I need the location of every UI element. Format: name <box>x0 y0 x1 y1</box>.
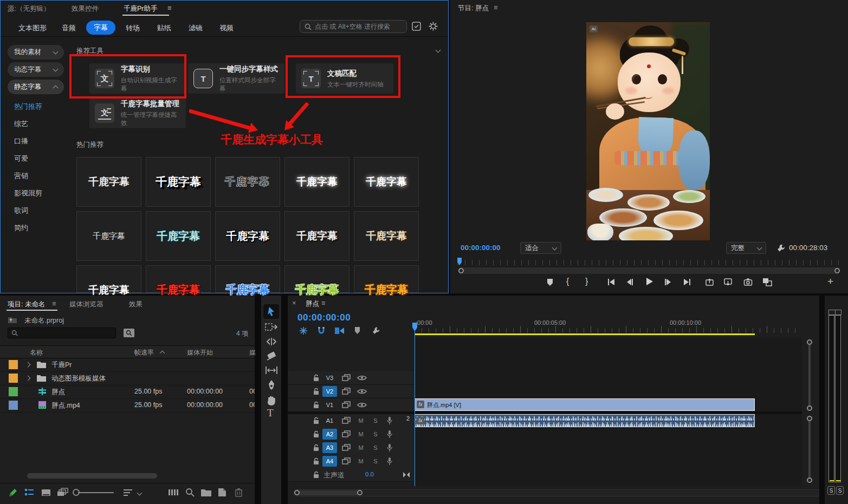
play-button[interactable] <box>644 277 654 286</box>
panel-menu-icon[interactable]: ≡ <box>321 299 325 307</box>
table-row[interactable]: 千鹿Pr <box>0 358 255 372</box>
project-search-input[interactable] <box>8 328 116 338</box>
font-style-card[interactable]: 千鹿字幕 <box>215 211 280 261</box>
program-time-ruler[interactable] <box>458 260 840 265</box>
tool-card-sync-style[interactable]: T 一键同步字幕样式 位置样式同步全部字幕 <box>188 63 284 94</box>
sort-options-button[interactable] <box>124 489 134 496</box>
program-scrollbar[interactable] <box>458 267 840 274</box>
solo-button[interactable]: S <box>370 456 381 466</box>
sidebar-group-my-assets[interactable]: 我的素材 <box>8 45 64 60</box>
font-style-card[interactable]: 千鹿字幕 <box>354 157 419 207</box>
hscroll-handle-left[interactable] <box>294 490 300 495</box>
marker-icon[interactable] <box>353 326 361 335</box>
master-track-header[interactable]: 主声道 0.0 <box>288 468 415 482</box>
video-clip[interactable]: fx 胖点.mp4 [V] <box>415 398 755 411</box>
close-panel-icon[interactable]: × <box>292 299 296 307</box>
font-style-card[interactable]: 千鹿字幕 <box>146 157 211 207</box>
track-target-a4[interactable]: A4 <box>322 456 337 467</box>
font-style-card[interactable]: 千鹿字幕 <box>146 211 211 261</box>
lock-icon[interactable] <box>313 388 320 395</box>
nav-transitions[interactable]: 转场 <box>126 23 140 33</box>
linked-selection-icon[interactable] <box>334 326 345 336</box>
playback-resolution-select[interactable]: 完整 <box>726 242 766 254</box>
lock-icon[interactable] <box>313 417 320 424</box>
new-bin-button[interactable] <box>201 489 211 496</box>
sync-lock-icon[interactable] <box>342 444 351 451</box>
step-back-button[interactable] <box>625 278 634 286</box>
label-swatch[interactable] <box>9 401 18 410</box>
sidebar-item-minimal[interactable]: 简约 <box>14 223 28 233</box>
nav-video[interactable]: 视频 <box>219 23 234 33</box>
freeform-view-button[interactable] <box>57 488 69 497</box>
tab-media-browser[interactable]: 媒体浏览器 <box>69 300 103 309</box>
tab-effect-controls[interactable]: 效果控件 <box>72 4 99 14</box>
eye-icon[interactable] <box>357 402 367 408</box>
track-header-a1[interactable]: A1 M S 2 <box>288 414 415 428</box>
track-target-a1[interactable]: A1 <box>322 415 337 426</box>
lock-icon[interactable] <box>313 430 320 438</box>
sidebar-item-lyrics[interactable]: 歌词 <box>14 206 28 215</box>
sync-lock-icon[interactable] <box>342 430 351 438</box>
nest-toggle-icon[interactable] <box>299 326 308 336</box>
track-target-v3[interactable]: V3 <box>322 372 337 383</box>
sync-lock-icon[interactable] <box>342 374 351 382</box>
panel-menu-icon[interactable]: ≡ <box>494 4 497 11</box>
expand-chevron-icon[interactable] <box>25 362 31 368</box>
project-hscrollbar[interactable] <box>27 473 157 479</box>
slip-tool[interactable] <box>265 366 278 375</box>
find-button[interactable] <box>185 488 195 497</box>
nav-subtitles[interactable]: 字幕 <box>86 21 115 35</box>
list-view-button[interactable] <box>24 488 34 497</box>
sidebar-item-koubo[interactable]: 口播 <box>14 136 28 146</box>
font-style-card[interactable]: 千鹿字幕 <box>146 265 211 293</box>
scrollbar-handle-left[interactable] <box>458 268 464 273</box>
track-header-v3[interactable]: V3 <box>288 371 415 385</box>
sidebar-item-marketing[interactable]: 营销 <box>14 171 28 181</box>
mic-icon[interactable] <box>386 416 393 425</box>
mark-in-button[interactable]: { <box>566 277 569 286</box>
lock-icon[interactable] <box>313 444 320 451</box>
step-forward-button[interactable] <box>664 278 672 286</box>
go-to-in-button[interactable] <box>607 278 616 286</box>
ripple-edit-tool[interactable] <box>265 337 278 346</box>
table-row[interactable]: 胖点 25.00 fps 00:00:00:00 00 <box>0 385 255 399</box>
mic-icon[interactable] <box>386 443 393 452</box>
tab-source-monitor[interactable]: 源:（无剪辑） <box>8 4 50 14</box>
tab-sequence[interactable]: 胖点 <box>306 299 319 309</box>
track-header-a3[interactable]: A3 M S <box>288 441 415 455</box>
audio-clip[interactable]: fx <box>415 414 755 427</box>
eye-icon[interactable] <box>357 388 367 395</box>
selection-tool[interactable] <box>263 304 279 319</box>
sync-lock-icon[interactable] <box>342 388 351 395</box>
font-style-card[interactable]: 千鹿字幕 <box>76 157 141 207</box>
sync-lock-icon[interactable] <box>342 457 351 465</box>
font-style-card[interactable]: 千鹿字幕 <box>76 211 141 261</box>
mic-icon[interactable] <box>386 457 393 466</box>
tab-project[interactable]: 项目: 未命名 <box>8 300 45 309</box>
nav-stickers[interactable]: 贴纸 <box>157 23 171 33</box>
search-box[interactable]: 点击 或 Alt+空格 进行搜索 <box>300 20 407 33</box>
timeline-vscrollbar-audio[interactable] <box>807 416 812 483</box>
table-row[interactable]: 动态图形模板媒体 <box>0 371 255 385</box>
navigate-up-icon[interactable] <box>8 316 17 324</box>
eye-icon[interactable] <box>357 375 367 381</box>
vscroll-handle-top[interactable] <box>807 416 812 421</box>
sidebar-item-variety[interactable]: 综艺 <box>14 119 28 129</box>
zoom-fit-select[interactable]: 适合 <box>520 242 561 254</box>
tab-qianlu-assistant[interactable]: 千鹿Pr助手 <box>124 4 158 14</box>
col-clipped[interactable]: 媒 <box>249 348 256 357</box>
panel-menu-icon[interactable]: ≡ <box>167 4 171 12</box>
hand-tool[interactable] <box>266 395 277 406</box>
lock-icon[interactable] <box>313 401 320 409</box>
hscroll-handle-right[interactable] <box>357 490 362 495</box>
project-file-name[interactable]: 未命名.prproj <box>24 316 64 325</box>
expand-chevron-icon[interactable] <box>25 376 31 381</box>
sidebar-item-hot[interactable]: 热门推荐 <box>14 102 42 112</box>
vscroll-handle-top[interactable] <box>807 339 812 345</box>
track-select-tool[interactable] <box>265 322 278 332</box>
solo-button[interactable]: S <box>370 443 381 453</box>
track-target-v2[interactable]: V2 <box>322 386 337 397</box>
sidebar-item-film-mix[interactable]: 影视混剪 <box>14 188 42 198</box>
timeline-vscrollbar-video[interactable] <box>807 339 812 411</box>
mute-button[interactable]: M <box>355 429 366 439</box>
